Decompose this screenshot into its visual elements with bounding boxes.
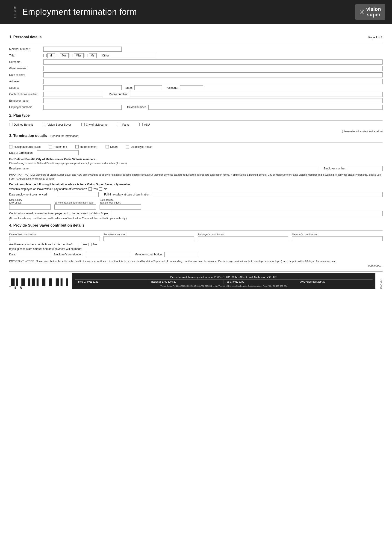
contact-phone-input[interactable] [43,92,103,97]
logo-subtext: super [366,12,381,18]
plan-city-of-melbourne: City of Melbourne [81,123,108,126]
date-service-fraction-input[interactable] [99,204,141,210]
employer-number-label: Employer number: [9,106,42,109]
contributions-owed-input[interactable] [111,211,383,216]
leave-no-label: No [104,187,107,191]
suburb-label: Suburb: [9,86,42,89]
date-payment-row: Date: Employer's contribution: Member's … [9,252,383,257]
term-resignation-label: Resignation/dismissal [14,145,41,148]
employer-contrib2-label: Employer's contribution: [54,253,83,256]
date-termination-row: Date of termination: [9,150,383,155]
section2-title: 2. Plan type [9,113,383,118]
further-yes-checkbox[interactable] [78,243,81,246]
title-miss[interactable]: Miss [74,53,84,58]
plan-parks-label: Parks [122,123,130,126]
date-last-contrib-input[interactable] [9,236,100,241]
section3-note: (please refer to Important Notice below) [342,130,383,133]
plan-defined-benefit-checkbox[interactable] [9,123,13,126]
leave-yes-checkbox[interactable] [89,187,92,191]
member-number-input[interactable] [43,47,122,52]
plan-vision-super-saver-checkbox[interactable] [43,123,46,126]
address-label: Address: [9,80,42,83]
if-yes-label: If yes, please state amount and date pay… [9,247,383,251]
title-other-input[interactable] [110,53,156,58]
title-ms[interactable]: Ms [89,53,97,58]
title-mrs[interactable]: Mrs [60,53,69,58]
plan-vision-super-saver-label: Vision Super Saver [48,123,71,126]
payroll-number-input[interactable] [148,105,383,110]
further-no-checkbox[interactable] [89,243,92,246]
term-retirement-checkbox[interactable] [49,145,52,148]
title-mr-checkbox[interactable] [43,54,47,57]
db-employer-row: Employer name: Employer number: [9,166,383,171]
employer-contrib-col: Employer's contribution: [198,233,288,241]
term-retrenchment-checkbox[interactable] [75,145,79,148]
term-death: Death [105,145,118,148]
date-salary-input[interactable] [9,204,51,210]
title-mrs-checkbox[interactable] [56,54,59,57]
plan-defined-benefit-label: Defined Benefit [14,123,33,126]
term-disability-checkbox[interactable] [126,145,129,148]
service-fraction-block: Service fraction at termination date: [54,201,96,210]
employment-salary-row: Date employment commenced: Full time sal… [9,192,383,197]
title-options: Mr Mrs Miss Ms Other [43,53,156,58]
date-termination-input[interactable] [37,150,79,155]
term-retirement-label: Retirement [53,145,67,148]
mobile-input[interactable] [130,92,383,97]
footer-dark-box: Please forward this completed form to: P… [72,273,375,289]
phone-row: Contact phone number: Mobile number: [9,92,383,97]
address-input[interactable] [43,79,383,84]
mobile-label: Mobile number: [109,93,128,96]
plan-city-of-melbourne-checkbox[interactable] [81,123,84,126]
barcode-section: ▐▌▌▐▌▐▐▌▌▐▌▐▌▐▌▌▐ T E R [9,279,68,289]
further-contrib-label: Are there any further contributions for … [9,243,73,246]
date-salary-block: Date salarytook effect: [9,198,51,210]
employer-name-row: Employer name: [9,98,383,103]
logo-text: vision [366,7,381,12]
member-contrib-label: Member's contribution: [292,233,383,236]
term-death-checkbox[interactable] [105,145,109,148]
state-input[interactable] [134,85,162,90]
plan-asu: ASU [140,123,150,126]
leave-no-checkbox[interactable] [99,187,102,191]
full-time-salary-input[interactable] [152,192,383,197]
footer-website: www.visionsuper.com.au [298,280,373,284]
employer-contrib2-input[interactable] [85,252,131,257]
title-miss-checkbox[interactable] [70,54,73,57]
dob-input[interactable] [43,72,383,78]
footer-legal: Vision Super Pty Ltd ABN 50 082 924 561 … [75,284,373,288]
further-yes-no: Yes No [78,243,97,246]
title-ms-checkbox[interactable] [84,54,88,57]
plan-asu-checkbox[interactable] [140,123,143,126]
yes-no-leave: Yes No [89,187,107,191]
given-names-input[interactable] [43,66,383,71]
employer-contrib-input[interactable] [198,236,288,241]
surname-input[interactable] [43,59,383,64]
db-employer-name-input[interactable] [31,166,318,171]
member-contrib2-input[interactable] [164,252,199,257]
plan-parks-checkbox[interactable] [118,123,121,126]
member-number-label: Member number: [9,48,42,51]
db-employer-number-input[interactable] [348,166,383,171]
postcode-input[interactable] [180,85,203,90]
employer-name-input[interactable] [43,98,383,103]
leave-label: Was this employee on leave without pay a… [9,187,87,191]
service-fraction-input[interactable] [54,204,96,210]
date-payment-input[interactable] [18,252,50,257]
term-retirement: Retirement [49,145,67,148]
remittance-label: Remittance number: [104,233,194,236]
plan-asu-label: ASU [144,123,150,126]
defined-benefit-title: For Defined Benefit, City of Melbourne o… [9,158,383,161]
employer-number-input[interactable] [43,105,122,110]
date-service-fraction-label: Date servicefraction took effect: [99,198,141,204]
footer-phone: Phone 03 9911 3222 [75,280,149,284]
dob-row: Date of birth: [9,72,383,78]
date-employment-input[interactable] [57,192,99,197]
term-resignation-checkbox[interactable] [9,145,13,148]
title-mr[interactable]: Mr [48,53,55,58]
section1-title: 1. Personal details [9,35,42,39]
suburb-input[interactable] [43,85,122,90]
member-contrib-input[interactable] [292,236,383,241]
continued-text: continued... [9,264,383,267]
remittance-input[interactable] [104,236,194,241]
